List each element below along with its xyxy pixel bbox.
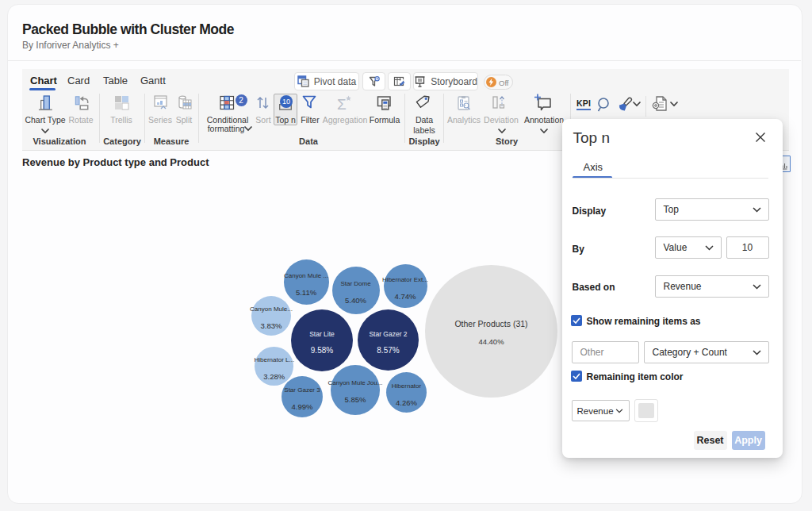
- svg-text:Σ: Σ: [337, 96, 347, 112]
